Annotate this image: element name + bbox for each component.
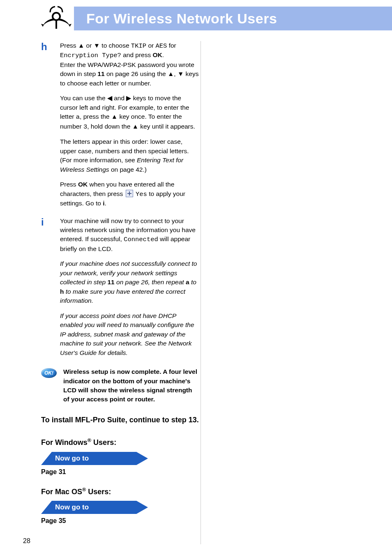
- windows-goto-label: Now go to: [41, 452, 136, 465]
- ok-row: OK! Wireless setup is now complete. A fo…: [41, 367, 199, 404]
- step-h: h Press ▲ or ▼ to choose TKIP or AES for…: [41, 41, 199, 214]
- left-column: h Press ▲ or ▼ to choose TKIP or AES for…: [41, 41, 199, 525]
- step-h-p1: Press ▲ or ▼ to choose TKIP or AES for E…: [60, 41, 199, 88]
- ok-text: Wireless setup is now complete. A four l…: [58, 367, 199, 404]
- page: For Wireless Network Users h P: [0, 0, 392, 555]
- svg-rect-2: [55, 20, 57, 29]
- windows-goto-banner: Now go to: [41, 452, 148, 465]
- step-h-p3: The letters appear in this order: lower …: [60, 137, 199, 174]
- step-letter-i: i: [41, 216, 60, 364]
- step-i: i Your machine will now try to connect t…: [41, 216, 199, 364]
- install-intro: To install MFL-Pro Suite, continue to st…: [41, 415, 199, 425]
- ok-badge: OK!: [41, 367, 58, 404]
- step-i-p1: Your machine will now try to connect to …: [60, 216, 199, 254]
- right-column: [208, 41, 366, 525]
- step-i-p3: If your access point does not have DHCP …: [60, 311, 199, 357]
- chevron-right-icon: [136, 501, 148, 514]
- windows-heading: For Windows® Users:: [41, 437, 199, 447]
- windows-page-link[interactable]: Page 31: [41, 468, 199, 476]
- wireless-icon: [41, 4, 71, 33]
- mac-page-link[interactable]: Page 35: [41, 517, 199, 525]
- header-band: For Wireless Network Users: [74, 7, 392, 30]
- page-number: 28: [23, 537, 30, 545]
- plus-key-icon: [126, 190, 133, 197]
- step-h-p4: Press OK when you have entered all the c…: [60, 180, 199, 208]
- chevron-right-icon: [136, 452, 148, 465]
- ok-badge-icon: OK!: [41, 368, 57, 378]
- page-title: For Wireless Network Users: [86, 11, 277, 27]
- mac-goto-banner: Now go to: [41, 501, 148, 514]
- step-h-p2: You can use the ◀ and ▶ keys to move the…: [60, 94, 199, 131]
- mac-heading: For Mac OS® Users:: [41, 486, 199, 497]
- svg-point-1: [53, 14, 59, 19]
- content: h Press ▲ or ▼ to choose TKIP or AES for…: [41, 41, 366, 525]
- step-letter-h: h: [41, 41, 60, 214]
- step-i-p2: If your machine does not successfully co…: [60, 259, 199, 305]
- mac-goto-label: Now go to: [41, 501, 136, 514]
